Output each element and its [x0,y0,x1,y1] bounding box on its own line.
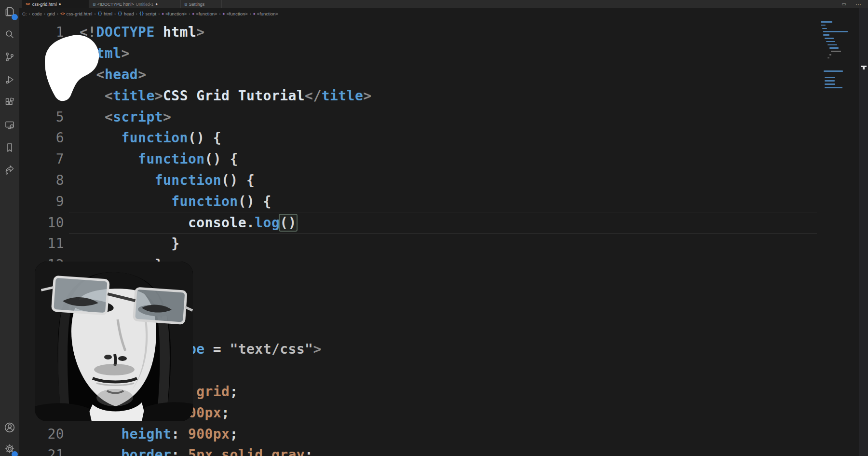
minimap-line-mark [824,70,843,72]
line-number[interactable]: 7 [19,151,64,167]
code-line-3[interactable]: 3 <head> [19,64,854,85]
breadcrumb-separator: › [29,12,30,16]
tab-settings[interactable]: ▤Settings [181,0,222,8]
minimap-line-mark [829,54,831,55]
breadcrumb-item[interactable]: ◈<function> [223,11,248,16]
breadcrumb-item[interactable]: ◈<function> [162,11,187,16]
breadcrumb-label: <function> [226,11,247,16]
live-share-icon[interactable] [0,161,19,180]
tab-detail: Untitled-1 [136,2,153,7]
scrollbar[interactable] [859,8,868,456]
breadcrumb-separator: › [158,12,160,16]
code-line-6[interactable]: 6 function() { [19,127,854,149]
breadcrumb-item[interactable]: {}html [97,11,112,16]
breadcrumb-separator: › [250,12,251,16]
modified-dot[interactable]: ● [155,2,158,6]
line-number[interactable]: 21 [19,447,64,456]
line-number[interactable]: 10 [19,215,64,231]
badge [12,451,18,456]
code-line-1[interactable]: 1<!DOCTYPE html> [19,22,854,43]
breadcrumb: C:›code›grid›<>css-grid.html›{}html›{}he… [22,8,868,19]
line-content: <script> [80,109,171,125]
tab-css-grid-html[interactable]: <>css-grid.html● [22,0,89,8]
facecam-portrait [35,262,193,421]
breadcrumb-item[interactable]: {}script [139,11,156,16]
tab--doctype-html-[interactable]: ▤<!DOCTYPE html>Untitled-1● [89,0,181,8]
breadcrumb-separator: › [136,12,137,16]
code-line-9[interactable]: 9 function() { [19,191,854,212]
minimap[interactable] [820,19,853,97]
minimap-line-mark [825,87,842,88]
remote-explorer-icon[interactable] [0,115,19,135]
minimap-line-mark [825,77,835,79]
white-annotation-blob [42,34,103,108]
breadcrumb-separator: › [219,12,221,16]
webcam-overlay [35,262,193,421]
breadcrumb-item[interactable]: grid [47,11,55,16]
code-line-7[interactable]: 7 function() { [19,149,854,170]
minimap-line-mark [823,34,829,36]
code-line-5[interactable]: 5 <script> [19,106,854,127]
breadcrumb-label: code [32,11,42,16]
code-line-21[interactable]: 21 border: 5px solid gray; [19,444,854,456]
breadcrumb-item[interactable]: C: [22,11,27,16]
bookmarks-icon[interactable] [0,138,19,157]
line-number[interactable]: 5 [19,109,64,125]
line-number[interactable]: 8 [19,172,64,188]
line-content: height: 900px; [80,426,238,442]
line-number[interactable]: 6 [19,130,64,146]
minimap-line-mark [821,25,826,26]
code-line-8[interactable]: 8 function() { [19,170,854,191]
tab-label: css-grid.html [32,2,57,7]
extensions-icon[interactable] [0,93,19,112]
line-number[interactable]: 9 [19,193,64,209]
minimap-line-mark [822,28,827,29]
line-content: <title>CSS Grid Tutorial</title> [80,88,372,104]
breadcrumb-item[interactable]: code [32,11,42,16]
html-file-icon: <> [26,2,30,6]
line-number[interactable]: 11 [19,235,64,251]
code-line-10[interactable]: 10 console.log() [19,212,854,233]
minimap-line-mark [825,80,835,82]
explorer-icon[interactable] [0,2,19,21]
breadcrumb-item[interactable]: <>css-grid.html [60,11,92,16]
breadcrumb-symbol-icon: {} [118,12,122,16]
breadcrumb-label: <function> [165,11,187,16]
settings-gear-icon[interactable] [0,439,19,456]
run-debug-icon[interactable] [0,70,19,89]
line-content: console.log() [80,215,297,231]
breadcrumb-item[interactable]: ◈<function> [253,11,278,16]
line-number[interactable]: 20 [19,426,64,442]
tab-label: <!DOCTYPE html> [97,2,134,7]
breadcrumb-label: grid [47,11,55,16]
search-icon[interactable] [0,25,19,44]
modified-dot[interactable]: ● [59,2,61,6]
breadcrumb-symbol-icon: ◈ [253,12,256,16]
line-content: function() { [80,172,255,188]
line-content: function() { [80,130,221,146]
breadcrumb-label: C: [22,11,27,16]
split-editor-icon[interactable]: ▭ [838,1,850,7]
minimap-line-mark [821,21,832,23]
matched-brackets: () [280,215,297,231]
line-content: border: 5px solid gray; [80,447,313,456]
minimap-line-mark [825,83,835,85]
code-line-4[interactable]: 4 <title>CSS Grid Tutorial</title> [19,85,854,106]
breadcrumb-symbol-icon: ◈ [162,12,164,16]
breadcrumb-item[interactable]: {}head [118,11,134,16]
breadcrumb-label: html [104,11,112,16]
file-file-icon: ▤ [93,2,95,6]
source-control-icon[interactable] [0,47,19,67]
code-line-20[interactable]: 20 height: 900px; [19,423,854,444]
code-line-11[interactable]: 11 } [19,233,854,254]
account-icon[interactable] [0,418,19,437]
line-content: function() { [80,151,238,167]
minimap-line-mark [826,41,835,42]
more-actions-icon[interactable]: ··· [853,1,864,7]
breadcrumb-item[interactable]: ◈<function> [192,11,217,16]
line-content: function() { [80,193,271,209]
breadcrumb-separator: › [94,12,95,16]
minimap-line-mark [825,38,834,39]
code-line-2[interactable]: 2<html> [19,43,854,64]
breadcrumb-separator: › [114,12,116,16]
